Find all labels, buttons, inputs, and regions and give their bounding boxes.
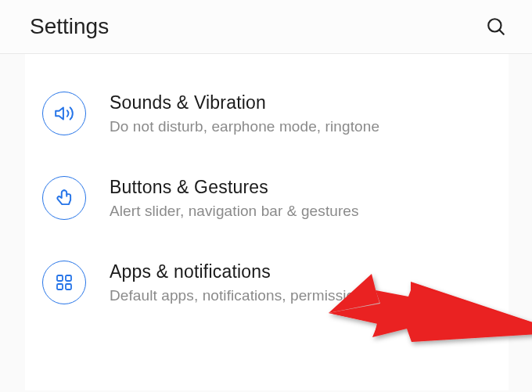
apps-icon — [55, 273, 74, 292]
item-title: Buttons & Gestures — [110, 177, 359, 198]
search-icon — [486, 16, 506, 37]
page-title: Settings — [30, 14, 109, 39]
svg-rect-5 — [57, 284, 63, 290]
settings-item-sounds[interactable]: Sounds & Vibration Do not disturb, earph… — [39, 77, 490, 162]
icon-circle — [42, 92, 86, 135]
item-subtitle: Alert slider, navigation bar & gestures — [110, 203, 359, 220]
svg-rect-3 — [57, 275, 63, 281]
settings-list: Sounds & Vibration Do not disturb, earph… — [25, 54, 509, 390]
search-button[interactable] — [483, 14, 509, 39]
icon-circle — [42, 261, 86, 304]
settings-item-apps[interactable]: Apps & notifications Default apps, notif… — [39, 246, 490, 331]
settings-item-buttons[interactable]: Buttons & Gestures Alert slider, navigat… — [39, 162, 490, 246]
item-subtitle: Do not disturb, earphone mode, ringtone — [110, 118, 379, 135]
svg-rect-6 — [66, 284, 71, 290]
svg-line-1 — [499, 30, 503, 34]
sound-icon — [54, 103, 74, 124]
gesture-icon — [54, 188, 74, 208]
svg-marker-2 — [56, 107, 63, 119]
icon-circle — [42, 176, 86, 220]
item-subtitle: Default apps, notifications, permissions — [110, 287, 371, 304]
item-text: Sounds & Vibration Do not disturb, earph… — [110, 92, 379, 135]
item-text: Apps & notifications Default apps, notif… — [110, 261, 371, 304]
svg-rect-4 — [66, 275, 71, 281]
item-title: Apps & notifications — [110, 261, 371, 282]
item-text: Buttons & Gestures Alert slider, navigat… — [110, 177, 359, 220]
item-title: Sounds & Vibration — [110, 92, 379, 113]
settings-header: Settings — [0, 0, 532, 54]
